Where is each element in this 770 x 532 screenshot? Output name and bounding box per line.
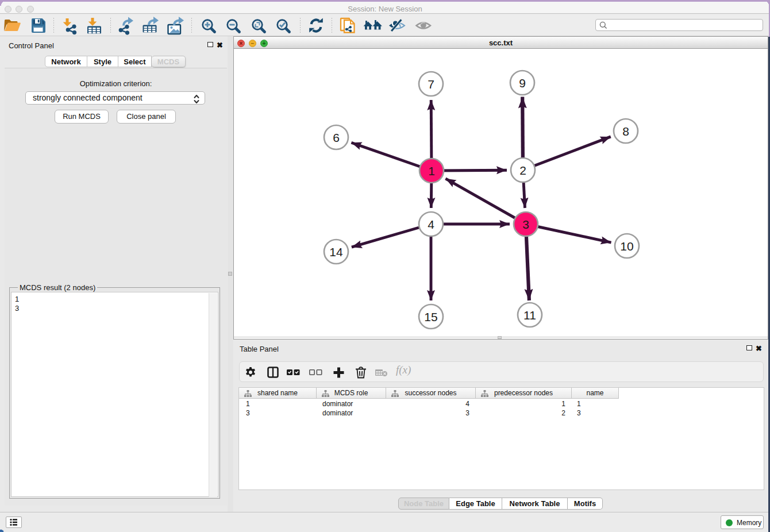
svg-text:9: 9 [519,76,526,90]
svg-text:11: 11 [523,309,536,322]
svg-text:4: 4 [428,218,434,231]
svg-text:2: 2 [519,164,526,177]
svg-text:10: 10 [620,240,633,253]
svg-text:15: 15 [424,310,437,323]
svg-text:3: 3 [522,218,529,231]
svg-text:14: 14 [329,245,343,259]
svg-text:7: 7 [428,78,434,91]
svg-text:6: 6 [333,131,340,144]
svg-text:1: 1 [428,164,435,178]
svg-text:8: 8 [622,125,629,138]
